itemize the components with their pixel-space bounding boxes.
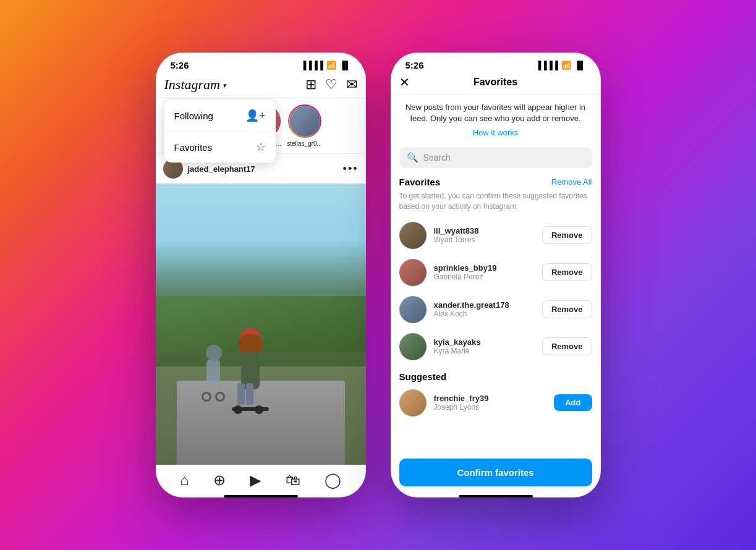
favorite-row-2: sprinkles_bby19 Gabriela Perez Remove <box>391 254 601 291</box>
post-container: jaded_elephant17 ••• <box>156 154 366 465</box>
signal-icon-1: ▐▐▐▐ <box>300 61 323 70</box>
user-info-lil-wyatt: lil_wyatt838 Wyatt Torres <box>434 226 535 244</box>
confirm-favorites-button[interactable]: Confirm favorites <box>399 459 592 486</box>
star-icon: ☆ <box>256 140 266 154</box>
handle-frenchie: frenchie_fry39 <box>434 394 547 403</box>
post-more-icon[interactable]: ••• <box>343 163 359 176</box>
handle-lil-wyatt: lil_wyatt838 <box>434 226 535 235</box>
handle-sprinkles: sprinkles_bby19 <box>434 263 535 273</box>
favorites-description: New posts from your favorites will appea… <box>391 95 601 128</box>
story-item-stellas[interactable]: stellas_gr0... <box>284 104 325 147</box>
story-avatar-stellas <box>288 104 321 138</box>
search-input[interactable]: Search <box>423 153 451 163</box>
user-info-frenchie: frenchie_fry39 Joseph Lyons <box>434 394 547 412</box>
remove-sprinkles-button[interactable]: Remove <box>542 263 592 281</box>
home-indicator-1 <box>224 495 298 497</box>
favorite-row-1: lil_wyatt838 Wyatt Torres Remove <box>391 217 601 254</box>
home-indicator-2 <box>459 495 533 497</box>
wifi-icon-1: 📶 <box>326 61 336 70</box>
avatar-xander <box>399 296 427 323</box>
wifi-icon-2: 📶 <box>561 61 571 70</box>
nav-search-icon[interactable]: ⊕ <box>213 472 226 489</box>
user-info-sprinkles: sprinkles_bby19 Gabriela Perez <box>434 263 535 281</box>
favorites-section-subtitle: To get started, you can confirm these su… <box>391 190 601 217</box>
remove-all-button[interactable]: Remove All <box>551 177 592 187</box>
avatar-lil-wyatt <box>399 222 427 249</box>
phone-favorites: 5:26 ▐▐▐▐ 📶 ▐▌ ✕ Favorites New posts fro… <box>391 53 601 497</box>
status-time-1: 5:26 <box>171 60 189 70</box>
instagram-header: Instagram ▾ ⊞ ♡ ✉ Following 👤+ Favorites… <box>156 73 366 98</box>
name-lil-wyatt: Wyatt Torres <box>434 235 535 244</box>
messenger-icon[interactable]: ✉ <box>346 77 357 93</box>
status-time-2: 5:26 <box>406 60 424 70</box>
add-frenchie-button[interactable]: Add <box>554 394 592 411</box>
suggested-section-title: Suggested <box>399 371 447 382</box>
favorites-content: New posts from your favorites will appea… <box>391 95 601 497</box>
handle-kyia: kyia_kayaks <box>434 337 535 347</box>
suggested-section-header: Suggested <box>391 369 601 384</box>
favorites-section-title: Favorites <box>399 177 441 187</box>
favorite-row-3: xander.the.great178 Alex Koch Remove <box>391 291 601 328</box>
favorites-header: ✕ Favorites <box>391 73 601 95</box>
nav-profile-icon[interactable]: ◯ <box>325 472 341 489</box>
favorites-section-header: Favorites Remove All <box>391 174 601 190</box>
handle-xander: xander.the.great178 <box>434 300 535 310</box>
remove-kyia-button[interactable]: Remove <box>542 337 592 355</box>
user-info-xander: xander.the.great178 Alex Koch <box>434 300 535 318</box>
status-icons-1: ▐▐▐▐ 📶 ▐▌ <box>300 61 350 70</box>
status-icons-2: ▐▐▐▐ 📶 ▐▌ <box>535 61 585 70</box>
nav-shop-icon[interactable]: 🛍 <box>286 472 300 489</box>
battery-icon-2: ▐▌ <box>574 61 585 70</box>
avatar-kyia <box>399 333 427 360</box>
instagram-title-text: Instagram <box>164 77 220 93</box>
status-bar-2: 5:26 ▐▐▐▐ 📶 ▐▌ <box>391 53 601 73</box>
bottom-nav: ⌂ ⊕ ▶ 🛍 ◯ <box>156 465 366 493</box>
favorites-label: Favorites <box>174 142 213 153</box>
name-sprinkles: Gabriela Perez <box>434 273 535 281</box>
post-username: jaded_elephant17 <box>188 164 255 174</box>
avatar-sprinkles <box>399 259 427 286</box>
avatar-frenchie <box>399 389 427 417</box>
following-label: Following <box>174 111 213 121</box>
feed-type-dropdown: Following 👤+ Favorites ☆ <box>164 100 276 163</box>
name-frenchie: Joseph Lyons <box>434 403 547 412</box>
remove-xander-button[interactable]: Remove <box>542 300 592 318</box>
header-actions: ⊞ ♡ ✉ <box>305 77 357 93</box>
how-it-works-link[interactable]: How it works <box>391 128 601 143</box>
suggested-row-1: frenchie_fry39 Joseph Lyons Add <box>391 384 601 421</box>
dropdown-following[interactable]: Following 👤+ <box>164 100 276 132</box>
users-list: lil_wyatt838 Wyatt Torres Remove sprinkl… <box>391 217 601 454</box>
name-xander: Alex Koch <box>434 310 535 318</box>
heart-icon[interactable]: ♡ <box>325 77 338 93</box>
instagram-logo[interactable]: Instagram ▾ <box>164 77 226 93</box>
chevron-down-icon: ▾ <box>223 82 226 90</box>
dropdown-favorites[interactable]: Favorites ☆ <box>164 132 276 163</box>
status-bar-1: 5:26 ▐▐▐▐ 📶 ▐▌ <box>156 53 366 73</box>
user-info-kyia: kyia_kayaks Kyra Marie <box>434 337 535 355</box>
favorites-page-title: Favorites <box>474 77 517 88</box>
favorite-row-4: kyia_kayaks Kyra Marie Remove <box>391 328 601 365</box>
search-icon: 🔍 <box>407 152 418 163</box>
post-image <box>156 184 366 465</box>
nav-home-icon[interactable]: ⌂ <box>180 472 189 489</box>
new-post-icon[interactable]: ⊞ <box>305 77 316 93</box>
person-add-icon: 👤+ <box>245 109 266 122</box>
story-label-stellas: stellas_gr0... <box>287 140 322 147</box>
remove-lil-wyatt-button[interactable]: Remove <box>542 226 592 244</box>
signal-icon-2: ▐▐▐▐ <box>535 61 558 70</box>
battery-icon-1: ▐▌ <box>339 61 350 70</box>
name-kyia: Kyra Marie <box>434 347 535 355</box>
phone-instagram-feed: 5:26 ▐▐▐▐ 📶 ▐▌ Instagram ▾ ⊞ ♡ ✉ Followi… <box>156 53 366 497</box>
close-button[interactable]: ✕ <box>399 75 410 90</box>
search-bar[interactable]: 🔍 Search <box>399 147 592 168</box>
nav-reels-icon[interactable]: ▶ <box>250 472 261 489</box>
